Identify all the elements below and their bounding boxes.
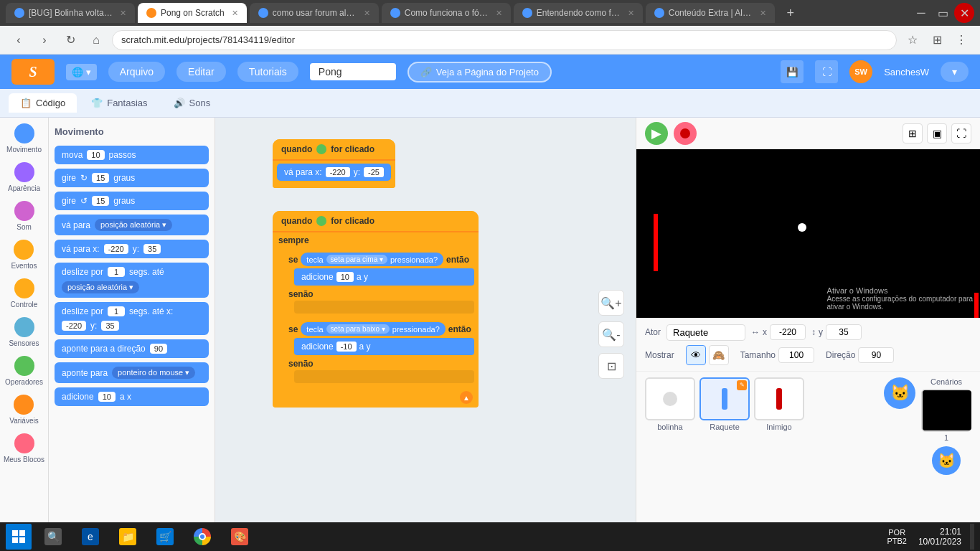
tab-pong[interactable]: Pong on Scratch ✕ [138, 3, 247, 23]
category-variaveis[interactable]: Variáveis [9, 395, 38, 425]
back-button[interactable]: ‹ [9, 30, 29, 50]
block-mova[interactable]: mova 10 passos [55, 146, 209, 164]
tab-close-forum[interactable]: ✕ [364, 9, 370, 18]
taskbar-ie[interactable]: e [75, 524, 106, 550]
category-movimento[interactable]: Movimento [6, 123, 42, 154]
tab-close-conteudo[interactable]: ✕ [760, 9, 766, 18]
taskbar-search[interactable]: 🔍 [37, 524, 69, 550]
win-activate-link[interactable]: ativar o Windows. [827, 303, 973, 311]
taskbar-chrome[interactable] [187, 524, 218, 550]
tab-close[interactable]: ✕ [120, 9, 126, 18]
extensions-button[interactable]: ⊞ [927, 30, 947, 50]
minimize-button[interactable]: ─ [911, 3, 931, 23]
condition-2[interactable]: tecla seta para baixo ▾ pressionada? [301, 322, 445, 336]
scratch-logo[interactable]: S [11, 59, 55, 85]
block-deslize-random[interactable]: deslize por 1 segs. até posição aleatóri… [55, 263, 209, 298]
settings-button[interactable]: ⋮ [951, 30, 971, 50]
home-button[interactable]: ⌂ [86, 30, 106, 50]
category-controle[interactable]: Controle [11, 278, 38, 309]
new-tab-button[interactable]: + [781, 3, 801, 23]
stage-normal-button[interactable]: ▣ [927, 123, 947, 143]
category-eventos[interactable]: Eventos [11, 240, 37, 270]
tutoriais-button[interactable]: Tutoriais [237, 62, 298, 82]
goto-block-1[interactable]: vá para x: -220 y: -25 [277, 164, 391, 181]
project-name-input[interactable] [310, 63, 396, 80]
script-area[interactable]: quando for clicado vá para x: -220 y: -2… [215, 118, 636, 551]
block-aponte-direcao[interactable]: aponte para a direção 90 [55, 339, 209, 358]
tab-fantasias[interactable]: 👕 Fantasias [80, 93, 159, 113]
center-button[interactable]: ⊡ [598, 353, 624, 379]
cond2-key[interactable]: seta para baixo ▾ [326, 324, 390, 334]
block-gire-cw[interactable]: gire ↻ 15 graus [55, 169, 209, 187]
hide-eye-button[interactable]: 🙈 [709, 345, 729, 365]
forward-button[interactable]: › [34, 30, 55, 50]
tab-forum[interactable]: como usar forum alura... ✕ [250, 3, 379, 23]
taskbar-explorer[interactable]: 📁 [112, 524, 143, 550]
category-som[interactable]: Som [14, 201, 34, 231]
adicione-block-2[interactable]: adicione -10 a y [294, 338, 474, 355]
block-aponte-para-dropdown[interactable]: ponteiro do mouse ▾ [112, 367, 195, 379]
block-va-para-xy[interactable]: vá para x: -220 y: 35 [55, 240, 209, 258]
view-project-button[interactable]: 🔗 Veja a Página do Projeto [407, 62, 552, 83]
category-meus-blocos[interactable]: Meus Blocos [4, 433, 44, 463]
block-aponte-para[interactable]: aponte para ponteiro do mouse ▾ [55, 362, 209, 383]
block-adicione-x[interactable]: adicione 10 a x [55, 387, 209, 406]
block-va-para-random[interactable]: vá para posição aleatória ▾ [55, 215, 209, 235]
tab-close-entendendo[interactable]: ✕ [628, 9, 634, 18]
sprite-thumb-raquete[interactable]: ✎ [699, 377, 750, 420]
address-bar[interactable] [112, 30, 897, 50]
taskbar-store[interactable]: 🛒 [149, 524, 181, 550]
x-input[interactable] [770, 324, 806, 340]
tab-conteudo[interactable]: Conteúdo Extra | Alura... ✕ [646, 3, 775, 23]
block-deslize-dropdown[interactable]: posição aleatória ▾ [62, 281, 139, 293]
fullscreen-button[interactable]: ⛶ [815, 60, 838, 83]
size-input[interactable] [778, 347, 814, 363]
tab-close-pong[interactable]: ✕ [232, 9, 238, 18]
editar-button[interactable]: Editar [176, 62, 226, 82]
stage-thumbnail[interactable] [921, 389, 971, 432]
scratch-cat-avatar[interactable]: 🐱 [884, 377, 915, 409]
category-operadores[interactable]: Operadores [5, 356, 43, 386]
globe-button[interactable]: 🌐 ▾ [66, 64, 97, 80]
y-input[interactable] [826, 324, 862, 340]
actor-name-input[interactable] [666, 324, 745, 341]
stage-fullscreen-button[interactable]: ⛶ [951, 123, 971, 143]
maximize-button[interactable]: ▭ [933, 3, 953, 23]
category-sensores[interactable]: Sensores [9, 317, 39, 347]
category-aparencia[interactable]: Aparência [8, 162, 40, 192]
cond1-key[interactable]: seta para cima ▾ [326, 255, 387, 264]
stop-button[interactable] [674, 122, 697, 145]
condition-1[interactable]: tecla seta para cima ▾ pressionada? [301, 253, 443, 266]
start-button[interactable] [6, 524, 32, 550]
sprite-thumb-bolinha[interactable] [645, 377, 695, 420]
tab-como[interactable]: Como funciona o fórum... ✕ [382, 3, 511, 23]
stage-small-button[interactable]: ⊞ [903, 123, 923, 143]
add-sprite-button[interactable]: 🐱 [932, 446, 961, 475]
show-eye-button[interactable]: 👁 [686, 345, 706, 365]
show-desktop-button[interactable] [970, 524, 974, 550]
block-deslize-xy[interactable]: deslize por 1 segs. até x: -220 y: 35 [55, 302, 209, 335]
arquivo-button[interactable]: Arquivo [108, 62, 165, 82]
tab-entendendo[interactable]: Entendendo como fun... ✕ [514, 3, 643, 23]
bookmark-button[interactable]: ☆ [903, 30, 923, 50]
tab-sons[interactable]: 🔊 Sons [162, 93, 222, 113]
user-dropdown-button[interactable]: ▾ [941, 62, 969, 82]
zoom-in-button[interactable]: 🔍+ [598, 290, 624, 316]
sprite-thumb-inimigo[interactable] [754, 377, 804, 420]
direction-input[interactable] [858, 347, 894, 363]
tab-close-como[interactable]: ✕ [496, 9, 502, 18]
close-button[interactable]: ✕ [954, 3, 974, 23]
refresh-button[interactable]: ↻ [60, 30, 80, 50]
adicione-block-1[interactable]: adicione 10 a y [294, 268, 474, 286]
collapse-icon[interactable]: ▲ [460, 391, 473, 404]
green-flag-button[interactable]: ▶ [645, 122, 668, 145]
tab-codigo[interactable]: 📋 Código [9, 93, 77, 113]
zoom-out-button[interactable]: 🔍- [598, 321, 624, 347]
save-button[interactable]: 💾 [781, 60, 804, 83]
code-group-1[interactable]: quando for clicado vá para x: -220 y: -2… [273, 139, 395, 188]
block-va-para-dropdown[interactable]: posição aleatória ▾ [95, 219, 172, 231]
taskbar-paint[interactable]: 🎨 [224, 524, 255, 550]
block-gire-ccw[interactable]: gire ↺ 15 graus [55, 192, 209, 210]
tab-bug[interactable]: [BUG] Bolinha volta do... ✕ [6, 3, 135, 23]
code-group-2[interactable]: quando for clicado sempre se tecla [273, 211, 479, 408]
